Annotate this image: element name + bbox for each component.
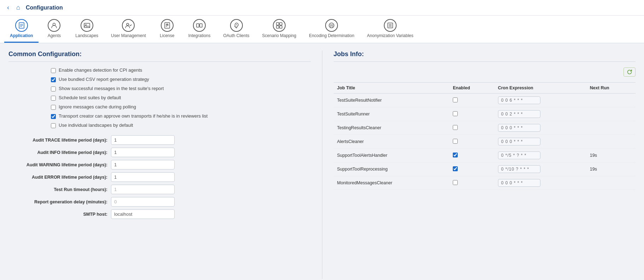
svg-point-21 (329, 23, 334, 28)
checkbox-successful-messages[interactable] (51, 87, 56, 91)
jobs-info-title: Jobs Info: (334, 50, 636, 62)
table-row: SupportToolReprocessing 19s (334, 162, 636, 176)
tab-scenario-mapping[interactable]: Scenario Mapping (257, 16, 302, 43)
checkbox-cpi-agents[interactable] (51, 68, 56, 73)
field-label-audit-error: Audit ERROR lifetime period (days): (8, 175, 107, 180)
tab-integrations[interactable]: Integrations (183, 16, 216, 43)
job-cron-input-2[interactable] (498, 110, 540, 118)
svg-rect-19 (276, 26, 279, 28)
checkbox-row-7: Use individual landscapes by default (51, 123, 311, 128)
job-title-6: SupportToolReprocessing (334, 162, 450, 176)
table-row: AlertsCleaner (334, 135, 636, 149)
field-label-audit-info: Audit INFO lifetime period (days): (8, 150, 107, 155)
job-enabled-checkbox-1[interactable] (453, 97, 458, 102)
job-title-2: TestSuiteRunner (334, 107, 450, 121)
checkbox-row-1: Enable changes detection for CPI agents (51, 67, 311, 73)
tab-license-label: License (160, 33, 174, 38)
field-input-audit-info[interactable] (111, 148, 175, 157)
tab-encoding-determination-icon (325, 19, 338, 32)
col-next-run: Next Run (586, 83, 636, 94)
page-title: Configuration (26, 5, 63, 11)
job-cron-7 (494, 176, 586, 190)
form-fields: Audit TRACE lifetime period (days): Audi… (8, 135, 311, 219)
job-enabled-checkbox-2[interactable] (453, 111, 458, 116)
job-cron-5 (494, 149, 586, 162)
checkbox-schedule-test[interactable] (51, 96, 56, 101)
job-enabled-checkbox-5[interactable] (453, 153, 458, 157)
tab-bar: Application Agents Landscapes (0, 16, 644, 43)
field-label-report-delay: Report generation delay (minutes): (8, 199, 107, 204)
col-job-title: Job Title (334, 83, 450, 94)
job-title-1: TestSuiteResultNotifier (334, 94, 450, 107)
checkbox-individual-landscapes[interactable] (51, 123, 56, 128)
job-next-run-4 (586, 135, 636, 149)
job-enabled-7 (449, 176, 494, 190)
field-input-test-timeout[interactable] (111, 185, 175, 194)
field-row-audit-info: Audit INFO lifetime period (days): (8, 148, 311, 157)
checkbox-label-successful-messages: Show successful messages in the test sui… (59, 86, 164, 91)
top-bar: ‹ ⌂ Configuration (0, 0, 644, 16)
field-input-smtp-host[interactable] (111, 209, 175, 219)
job-next-run-1 (586, 94, 636, 107)
tab-user-management-icon (122, 19, 135, 32)
job-enabled-2 (449, 107, 494, 121)
refresh-button[interactable] (623, 67, 636, 77)
field-input-audit-warning[interactable] (111, 160, 175, 169)
svg-rect-20 (280, 26, 282, 28)
tab-oauth-clients[interactable]: OAuth Clients (218, 16, 255, 43)
field-row-report-delay: Report generation delay (minutes): (8, 197, 311, 207)
jobs-table: Job Title Enabled Cron Expression Next R… (334, 82, 636, 190)
checkbox-row-5: Ignore messages cache during polling (51, 104, 311, 110)
tab-integrations-label: Integrations (188, 33, 211, 38)
checkbox-row-2: Use bundled CSV report generation strate… (51, 77, 311, 82)
job-enabled-checkbox-3[interactable] (453, 125, 458, 130)
home-icon[interactable]: ⌂ (15, 2, 22, 13)
job-enabled-6 (449, 162, 494, 176)
tab-oauth-clients-label: OAuth Clients (223, 33, 250, 38)
tab-encoding-determination[interactable]: Encoding Determination (303, 16, 360, 43)
job-enabled-4 (449, 135, 494, 149)
main-content: Common Configuration: Enable changes det… (0, 43, 644, 280)
checkbox-label-ignore-cache: Ignore messages cache during polling (59, 104, 136, 109)
tab-license[interactable]: License (153, 16, 181, 43)
field-row-audit-error: Audit ERROR lifetime period (days): (8, 172, 311, 182)
job-enabled-checkbox-6[interactable] (453, 166, 458, 171)
field-label-smtp-host: SMTP host: (8, 212, 107, 217)
field-label-audit-trace: Audit TRACE lifetime period (days): (8, 138, 107, 143)
tab-landscapes[interactable]: Landscapes (70, 16, 104, 43)
field-input-report-delay[interactable] (111, 197, 175, 207)
job-enabled-checkbox-7[interactable] (453, 180, 458, 185)
job-next-run-7 (586, 176, 636, 190)
job-title-4: AlertsCleaner (334, 135, 450, 149)
checkbox-transport-creator[interactable] (51, 114, 56, 119)
checkbox-group: Enable changes detection for CPI agents … (8, 67, 311, 128)
field-row-test-timeout: Test Run timeout (hours): (8, 185, 311, 194)
job-cron-input-1[interactable] (498, 96, 540, 104)
job-title-3: TestingResultsCleaner (334, 121, 450, 135)
field-row-audit-trace: Audit TRACE lifetime period (days): (8, 135, 311, 145)
field-input-audit-trace[interactable] (111, 135, 175, 145)
tab-user-management[interactable]: User Management (105, 16, 152, 43)
tab-oauth-clients-icon (230, 19, 243, 32)
job-cron-input-5[interactable] (498, 151, 540, 159)
job-cron-input-4[interactable] (498, 138, 540, 145)
job-next-run-6: 19s (586, 162, 636, 176)
job-cron-input-3[interactable] (498, 124, 540, 132)
job-cron-input-6[interactable] (498, 165, 540, 173)
job-enabled-5 (449, 149, 494, 162)
back-button[interactable]: ‹ (6, 2, 11, 13)
tab-application[interactable]: Application (4, 16, 39, 43)
field-input-audit-error[interactable] (111, 172, 175, 182)
tab-anonymization-variables-icon (384, 19, 397, 32)
checkbox-ignore-cache[interactable] (51, 105, 56, 110)
checkbox-csv-report[interactable] (51, 77, 56, 82)
checkbox-label-transport-creator: Transport creator can approve own transp… (59, 113, 207, 119)
svg-point-16 (236, 24, 236, 25)
tab-anonymization-variables[interactable]: Anonymization Variables (361, 16, 419, 43)
job-cron-input-7[interactable] (498, 179, 540, 187)
tab-application-label: Application (10, 33, 33, 38)
field-label-audit-warning: Audit WARNING lifetime period (days): (8, 162, 107, 167)
tab-agents[interactable]: Agents (40, 16, 68, 43)
tab-landscapes-label: Landscapes (75, 33, 98, 38)
job-enabled-checkbox-4[interactable] (453, 139, 458, 144)
